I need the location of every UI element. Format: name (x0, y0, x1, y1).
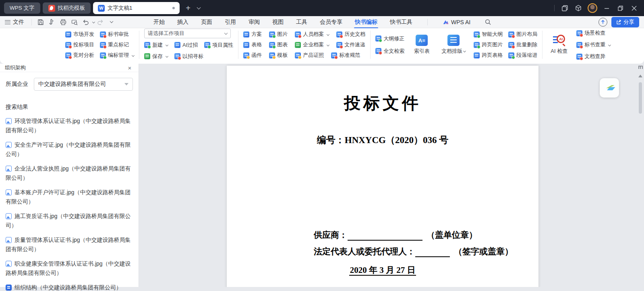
letter-button[interactable]: 函件 (243, 51, 262, 60)
picture-label: 图片 (277, 31, 288, 38)
result-item-org-structure-doc[interactable]: 组织结构（中交建设路桥局集团有限公司） (6, 283, 133, 291)
ruler-toggle-icon[interactable] (638, 66, 643, 69)
smart-outline-button[interactable]: 智能大纲 (474, 30, 503, 39)
table-button[interactable]: 表格 (243, 40, 262, 50)
bid-edit-manage-icon (100, 52, 106, 58)
index-table-button[interactable]: A≡ 索引表 (410, 35, 433, 55)
customize-toolbar-chevron[interactable] (107, 18, 116, 27)
company-select[interactable]: 中交建设路桥集团有限公司 (34, 78, 133, 91)
company-select-value: 中交建设路桥集团有限公司 (38, 81, 106, 88)
save-icon[interactable] (36, 18, 46, 27)
bid-project-button[interactable]: 投标项目 (65, 40, 94, 50)
crosspage-image-button[interactable]: 跨页图片 (474, 40, 503, 50)
product-cert-button[interactable]: 产品证照 (295, 51, 324, 60)
result-item-quality-cert[interactable]: 质量管理体系认证证书.jpg（中交建设路桥局集团有限公司） (6, 235, 133, 254)
personnel-archive-button[interactable]: 人员档案 (295, 30, 329, 39)
undo-icon[interactable] (81, 18, 91, 27)
key-mark-icon (100, 42, 106, 48)
file-express-label: 文件速递 (344, 41, 365, 48)
result-item-business-license[interactable]: 企业法人营业执照.jpg（中交建设路桥局集团有限公司） (6, 164, 133, 183)
workspace-tabs-icon[interactable] (559, 2, 571, 14)
components-cube-icon[interactable] (572, 2, 584, 14)
result-item-label: 基本账户开户许可证.jpg（中交建设路桥局集团有限公司） (6, 189, 131, 205)
project-properties-button[interactable]: 项目属性 (204, 40, 233, 50)
paragraph-indent-button[interactable]: 段落缩进 (508, 51, 537, 60)
market-dev-button[interactable]: 市场开发 (65, 30, 94, 39)
history-docs-button[interactable]: 历史文档 (336, 30, 365, 39)
crosspage-table-button[interactable]: 跨页表格 (474, 51, 503, 60)
new-tab-button[interactable]: + (183, 3, 193, 13)
ai-duel-button[interactable]: AI过招 (174, 40, 198, 50)
wps-ai-button[interactable]: WPS AI (442, 17, 471, 27)
menu-kuaishu-bid-edit[interactable]: 快书编标 (354, 17, 378, 27)
bid-approval-button[interactable]: 标书审批 (100, 30, 134, 39)
cloud-upload-icon[interactable] (598, 18, 607, 27)
tab-docer-templates[interactable]: 找稻壳模板 (43, 2, 91, 14)
result-item-env-cert[interactable]: 环境管理体系认证证书.jpg（中交建设路桥局集团有限公司） (6, 116, 133, 135)
unsaved-indicator-dot (172, 7, 175, 9)
ai-check-button[interactable]: AI AI 检查 (547, 35, 571, 55)
work-project-select[interactable]: 请选择工作项目 (144, 29, 231, 38)
panel-close-icon[interactable]: × (126, 64, 134, 72)
menu-member[interactable]: 会员专享 (319, 17, 343, 27)
close-button[interactable] (628, 2, 640, 14)
search-icon[interactable] (483, 18, 493, 27)
doc-typeset-button[interactable]: 文档排版 (439, 35, 468, 55)
plan-button[interactable]: 方案 (243, 30, 262, 39)
print-preview-icon[interactable] (70, 18, 79, 27)
outline-fix-icon (375, 35, 381, 42)
file-menu[interactable]: 文件 (13, 19, 24, 26)
document-page[interactable]: 投标文件 编号：HNXYCG（2020）036 号 供应商：（盖单位章） 法定代… (227, 66, 538, 287)
menu-reference[interactable]: 引用 (224, 17, 237, 27)
minimize-button[interactable] (601, 2, 613, 14)
new-button[interactable]: 新建 (144, 40, 168, 50)
key-mark-button[interactable]: 重点标记 (100, 40, 134, 50)
result-item-account-permit[interactable]: 基本账户开户许可证.jpg（中交建设路桥局集团有限公司） (6, 188, 133, 206)
fulltext-search-button[interactable]: 全文检索 (375, 46, 404, 56)
save-project-button[interactable]: 保存 (144, 52, 168, 61)
file-express-button[interactable]: 文件速递 (336, 40, 365, 50)
menu-tools[interactable]: 工具 (295, 17, 308, 27)
menu-page[interactable]: 页面 (200, 17, 213, 27)
tab-list-chevron[interactable] (193, 3, 204, 13)
scroll-up-arrow[interactable] (638, 75, 642, 77)
template-button[interactable]: 模板 (269, 51, 288, 60)
scene-check-button[interactable]: 场景检查 (576, 29, 611, 38)
ribbon-group-work: 请选择工作项目 新建 AI过招 项目属性 保存 以招寻标 (139, 29, 238, 61)
restore-button[interactable] (614, 2, 626, 14)
bid-dup-check-button[interactable]: 标书查重 (576, 40, 611, 50)
result-item-safety-permit[interactable]: 安全生产许可证.jpg（中交建设路桥局集团有限公司） (6, 140, 133, 159)
kuaishu-assistant-button[interactable] (600, 78, 619, 98)
vertical-scrollbar[interactable] (638, 64, 643, 287)
paragraph-indent-label: 段落缩进 (516, 52, 537, 59)
result-item-health-cert[interactable]: 职业健康安全管理体系认证证书.jpg（中交建设路桥局集团有限公司） (6, 259, 133, 278)
tab-document-active[interactable]: W 文字文稿1 (93, 2, 180, 14)
share-button[interactable]: 分享 (611, 17, 639, 27)
find-bid-by-tender-button[interactable]: 以招寻标 (174, 52, 203, 61)
batch-delete-button[interactable]: 批量删除 (508, 40, 537, 50)
result-item-label: 环境管理体系认证证书.jpg（中交建设路桥局集团有限公司） (6, 118, 131, 133)
doc-diff-button[interactable]: 文档查异 (576, 52, 611, 61)
tab-wps-home[interactable]: WPS 文字 (4, 2, 40, 14)
chart-button[interactable]: 图表 (269, 40, 288, 50)
menu-insert[interactable]: 插入 (176, 17, 189, 27)
bid-edit-manage-button[interactable]: 编标管理 (100, 51, 134, 60)
result-item-construction-cert[interactable]: 施工资质证书.jpg（中交建设路桥局集团有限公司） (6, 212, 133, 230)
agent-label: 法定代表人或委托代理人： (314, 247, 415, 256)
standards-button[interactable]: 标准规范 (331, 51, 360, 60)
scrollbar-thumb[interactable] (639, 82, 642, 114)
export-pdf-icon[interactable] (47, 18, 57, 27)
menu-kuaishu-tools[interactable]: 快书工具 (389, 17, 413, 27)
menu-view[interactable]: 视图 (271, 17, 284, 27)
outline-fix-button[interactable]: 大纲修正 (375, 34, 404, 43)
print-icon[interactable] (58, 18, 68, 27)
menu-review[interactable]: 审阅 (248, 17, 261, 27)
image-layout-button[interactable]: 图片布局 (508, 30, 537, 39)
competitor-analysis-button[interactable]: 竞对分析 (65, 51, 94, 60)
undo-dropdown-chevron[interactable] (92, 21, 95, 23)
company-archive-button[interactable]: 企业档案 (295, 40, 329, 50)
user-avatar[interactable] (588, 3, 597, 13)
picture-button[interactable]: 图片 (269, 30, 288, 39)
result-item-label: 组织结构（中交建设路桥局集团有限公司） (14, 284, 122, 291)
menu-home[interactable]: 开始 (153, 17, 166, 27)
